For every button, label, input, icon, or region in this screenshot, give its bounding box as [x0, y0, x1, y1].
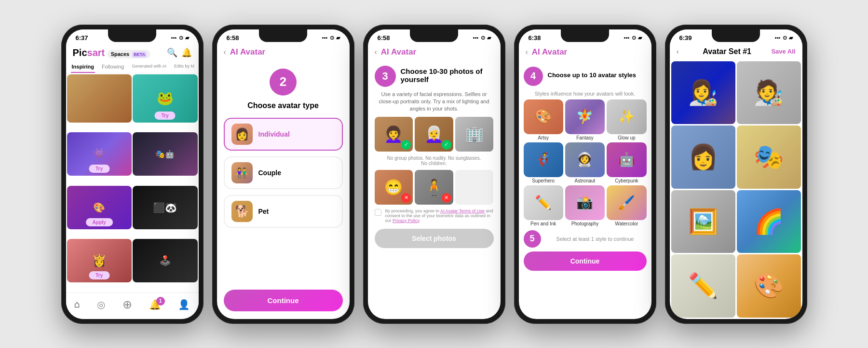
type-couple[interactable]: 👫 Couple [224, 156, 343, 189]
result-5[interactable]: 🌈 [737, 190, 801, 253]
tab-inspiring[interactable]: Inspiring [71, 61, 95, 73]
result-4[interactable]: 🖼️ [671, 190, 735, 253]
art-7: 🕹️ [133, 239, 198, 282]
nav-profile[interactable]: 👤 [178, 299, 190, 310]
type-pet[interactable]: 🐕 Pet [224, 195, 343, 228]
avatar-set-title: Avatar Set #1 [703, 47, 751, 56]
style-artsy-label: Artsy [524, 135, 563, 140]
phone-5: 6:39 ▪▪▪ ⊙ ▰ ‹ Avatar Set #1 Save All 👩‍… [665, 25, 807, 324]
tab-edits[interactable]: Edits by M [173, 61, 195, 73]
p5-header: ‹ Avatar Set #1 Save All [670, 43, 802, 60]
photo-0[interactable]: 👩‍🦱 ✓ [375, 117, 413, 152]
result-3[interactable]: 🎭 [737, 125, 801, 189]
result-1[interactable]: 🧑‍🎨 [737, 61, 801, 125]
style-watercolor[interactable]: 🖌️ [607, 185, 646, 220]
feed-item-6: 👸 Try [67, 239, 132, 282]
photo-5[interactable] [455, 170, 494, 205]
continue-btn-2[interactable]: Continue [224, 290, 343, 311]
signal-2: ▪▪▪ [322, 35, 328, 41]
header-icons: 🔍 🔔 [167, 47, 192, 58]
photo-description: Use a variety of facial expressions. Sel… [375, 91, 494, 113]
tab-generated[interactable]: Generated with AI [131, 61, 167, 73]
notch-2 [259, 29, 307, 42]
type-individual[interactable]: 👩 Individual [224, 118, 343, 151]
step-circle-3: 3 [375, 66, 396, 87]
terms-link-2[interactable]: Privacy Policy [393, 218, 420, 223]
result-7[interactable]: 🎨 [737, 254, 801, 318]
ai-avatar-title-3: AI Avatar [381, 47, 416, 57]
wifi-5: ⊙ [783, 35, 787, 41]
nav-notifications[interactable]: 🔔 1 [149, 299, 161, 310]
result-6[interactable]: ✏️ [671, 254, 735, 318]
style-cyberpunk-label: Cyberpunk [607, 178, 646, 183]
wifi-4: ⊙ [632, 35, 636, 41]
styles-subtitle: Styles influence how your avatars will l… [524, 91, 647, 97]
search-icon[interactable]: 🔍 [167, 47, 177, 58]
style-superhero[interactable]: 🦸 [524, 142, 563, 177]
style-glowup-col: ✨ Glow up [607, 99, 646, 140]
apply-btn[interactable]: Apply [86, 218, 113, 226]
notification-icon[interactable]: 🔔 [181, 47, 192, 58]
photo-1[interactable]: 👩‍🦳 ✓ [415, 117, 453, 152]
style-fantasy-label: Fantasy [565, 135, 605, 140]
photo-3[interactable]: 😁 ✕ [375, 170, 413, 205]
continue-btn-4[interactable]: Continue [524, 251, 647, 271]
spaces-badge[interactable]: Spaces BETA [107, 50, 150, 58]
tab-following[interactable]: Following [101, 61, 125, 73]
terms-checkbox[interactable] [375, 209, 381, 216]
try-btn-6[interactable]: Try [89, 271, 109, 279]
couple-label: Couple [258, 169, 281, 177]
feed-tabs: Inspiring Following Generated with AI Ed… [66, 61, 199, 73]
try-btn-1[interactable]: Try [155, 111, 176, 120]
status-icons-4: ▪▪▪ ⊙ ▰ [624, 35, 642, 41]
feed-item-2: 👾 Try [67, 132, 132, 176]
style-astronaut[interactable]: 👩‍🚀 [565, 142, 605, 177]
step-heading-4: Choose up to 10 avatar styles [548, 71, 637, 79]
individual-thumb: 👩 [231, 124, 253, 145]
phone-4: 6:38 ▪▪▪ ⊙ ▰ ‹ AI Avatar 4 Choose up to … [514, 25, 656, 324]
style-cyberpunk[interactable]: 🤖 [607, 142, 646, 177]
result-2[interactable]: 👩 [671, 125, 735, 189]
style-artsy[interactable]: 🎨 [524, 99, 563, 134]
feed-item-5: ⬛🐼 [133, 186, 198, 229]
style-fantasy[interactable]: 🧚 [565, 99, 605, 134]
step-circle-2: 2 [270, 69, 297, 96]
back-btn-3[interactable]: ‹ [375, 48, 377, 56]
signal-4: ▪▪▪ [624, 35, 630, 41]
notch [108, 29, 156, 42]
wifi-icon: ⊙ [179, 35, 183, 41]
ai-avatar-title-2: AI Avatar [230, 47, 265, 57]
style-glowup[interactable]: ✨ [607, 99, 646, 134]
nav-add[interactable]: ⊕ [122, 298, 132, 311]
back-btn-5[interactable]: ‹ [677, 47, 679, 56]
nav-home[interactable]: ⌂ [74, 299, 80, 310]
p3-header: ‹ AI Avatar [368, 43, 501, 61]
time-5: 6:39 [679, 34, 692, 42]
try-btn-2[interactable]: Try [89, 165, 109, 173]
bottom-nav: ⌂ ◎ ⊕ 🔔 1 👤 [66, 292, 199, 319]
phones-container: 6:37 ▪▪▪ ⊙ ▰ Picsart Spaces BETA 🔍 🔔 [52, 15, 817, 334]
back-btn-4[interactable]: ‹ [526, 48, 528, 56]
back-btn-2[interactable]: ‹ [224, 48, 226, 56]
result-0[interactable]: 👩‍🎨 [671, 61, 735, 125]
status-icons-2: ▪▪▪ ⊙ ▰ [322, 35, 340, 41]
style-photography[interactable]: 📸 [565, 185, 605, 220]
style-photo-col: 📸 Photography [565, 185, 605, 226]
notch-4 [561, 29, 609, 42]
battery-5: ▰ [789, 35, 793, 41]
status-icons-5: ▪▪▪ ⊙ ▰ [775, 35, 793, 41]
couple-thumb: 👫 [231, 162, 253, 183]
beta-badge: BETA [132, 52, 147, 57]
feed-item-1: 🐸 Try [133, 74, 198, 123]
photo-2[interactable]: 🏢 [455, 117, 494, 152]
photo-4[interactable]: 🧍 ✕ [415, 170, 453, 205]
nav-explore[interactable]: ◎ [97, 299, 105, 310]
battery-4: ▰ [638, 35, 642, 41]
signal-3: ▪▪▪ [473, 35, 479, 41]
style-superhero-label: Superhero [524, 178, 563, 183]
style-pen[interactable]: ✏️ [524, 185, 563, 220]
save-all-btn[interactable]: Save All [771, 48, 795, 55]
style-superhero-col: 🦸 Superhero [524, 142, 563, 183]
terms-link-1[interactable]: AI Avatar Terms of Use [440, 209, 485, 213]
select-photos-btn[interactable]: Select photos [375, 229, 494, 248]
